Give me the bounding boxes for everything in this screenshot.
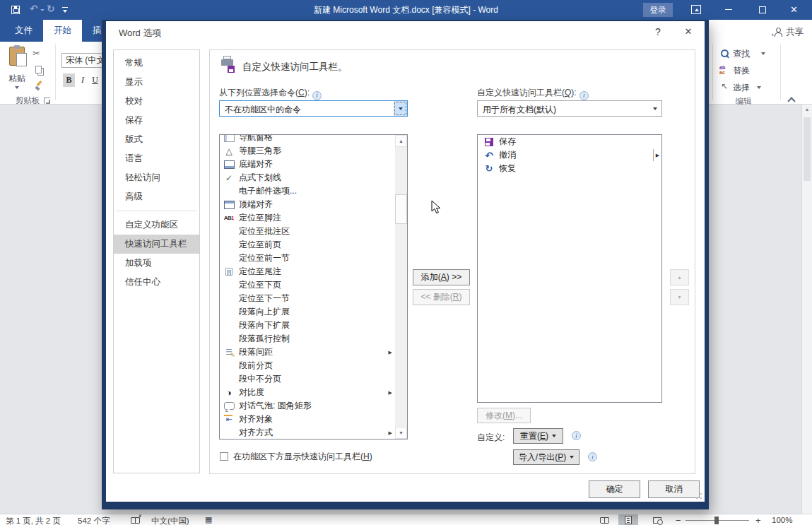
command-item[interactable]: 对齐对象 [220,413,395,426]
ok-button[interactable]: 确定 [589,480,640,498]
info-icon[interactable] [572,431,581,440]
command-item[interactable]: 定位至脚注 [220,211,395,225]
underline-button[interactable]: U [90,73,100,87]
scrollbar-thumb[interactable] [395,194,407,224]
vertical-scrollbar[interactable]: ▲ [801,105,812,514]
import-export-button[interactable]: 导入/导出(P) [513,449,579,465]
ribbon-display-options-icon[interactable] [691,5,701,14]
scroll-up-icon[interactable]: ▲ [802,107,812,112]
replace-button[interactable]: 替换 [733,65,750,77]
scrollbar-thumb[interactable] [804,117,811,181]
quick-save-icon[interactable] [11,6,20,14]
language-indicator[interactable]: 中文(中国) [151,516,189,525]
command-item[interactable]: 对齐方式▶ [220,426,395,440]
ribbon-tab[interactable]: 开始 [43,20,82,42]
nav-item[interactable]: 信任中心 [114,273,199,292]
qat-item[interactable]: 保存 [478,135,661,148]
command-item[interactable]: 定位至下页 [220,278,395,292]
quick-undo-icon[interactable]: ↶ [30,3,38,14]
italic-button[interactable]: I [78,73,88,87]
command-item[interactable]: 定位至前一节 [220,252,395,265]
command-item[interactable]: 定位至下一节 [220,292,395,305]
nav-item[interactable]: 自定义功能区 [114,216,199,235]
command-item[interactable]: 定位至尾注 [220,265,395,278]
close-button[interactable]: ✕ [790,4,798,15]
paste-button[interactable]: 粘贴 [0,73,34,85]
nav-item[interactable]: 轻松访问 [114,168,199,187]
command-item[interactable]: 段落间距▶ [220,346,395,359]
remove-button[interactable]: << 删除(R) [413,289,470,305]
command-item[interactable]: 段中不分页 [220,372,395,386]
commands-list-scrollbar[interactable]: ▲ ▼ [395,135,407,439]
resize-grip[interactable] [695,492,702,500]
undo-dropdown-icon[interactable] [40,9,45,11]
dialog-help-button[interactable]: ? [652,26,664,37]
scroll-up-icon[interactable]: ▲ [395,135,407,147]
paste-icon[interactable] [9,47,25,66]
qat-item[interactable]: 恢复 [478,162,661,175]
command-item[interactable]: 定位至批注区 [220,225,395,238]
quick-redo-icon[interactable]: ↻ [47,3,55,14]
info-icon[interactable] [579,91,589,100]
paste-dropdown-icon[interactable] [15,86,19,89]
ribbon-tab[interactable]: 文件 [4,20,43,42]
select-dropdown-icon[interactable] [757,86,761,89]
qat-scope-dropdown[interactable]: 用于所有文档(默认) [477,100,662,117]
command-item[interactable]: 对比度▶ [220,386,395,399]
choose-commands-dropdown[interactable]: 不在功能区中的命令 [219,100,408,117]
proofing-status-icon[interactable] [131,517,140,524]
undo-flyout-button[interactable]: ▶ [653,149,661,161]
command-item[interactable]: 等腰三角形 [220,144,395,158]
insert-mode-icon[interactable]: ▦ [205,515,212,524]
info-icon[interactable] [588,452,597,461]
command-item[interactable]: 电子邮件选项... [220,184,395,198]
maximize-button[interactable] [759,6,766,13]
nav-item[interactable]: 常规 [114,54,199,73]
show-qat-below-ribbon-checkbox[interactable] [220,452,228,461]
command-item[interactable]: 导航窗格 [220,134,395,144]
nav-item[interactable]: 校对 [114,92,199,111]
copy-icon[interactable] [35,66,42,73]
reset-button[interactable]: 重置(E) [513,428,563,444]
find-dropdown-icon[interactable] [761,52,765,55]
nav-item[interactable]: 语言 [114,149,199,168]
command-item[interactable]: 底端对齐 [220,158,395,171]
nav-item[interactable]: 显示 [114,73,199,92]
command-item[interactable]: 定位至前页 [220,238,395,252]
dropdown-arrow-icon[interactable] [648,101,661,116]
share-button[interactable]: + 共享 [773,26,804,38]
dropdown-arrow-icon[interactable] [394,101,407,116]
command-item[interactable]: 顶端对齐 [220,198,395,211]
nav-item[interactable]: 快速访问工具栏 [114,235,199,254]
dialog-close-button[interactable]: ✕ [681,26,695,37]
command-item[interactable]: 段落向下扩展 [220,319,395,332]
move-up-button[interactable]: ▲ [670,269,689,285]
zoom-level[interactable]: 100% [772,516,792,524]
sign-in-button[interactable]: 登录 [643,3,673,17]
print-layout-button[interactable] [618,514,638,525]
clipboard-dialog-launcher-icon[interactable] [44,98,50,104]
scroll-down-icon[interactable]: ▼ [395,427,407,439]
command-item[interactable]: 段前分页 [220,359,395,372]
command-item[interactable]: 段落向上扩展 [220,305,395,319]
read-mode-button[interactable] [594,514,614,525]
zoom-out-button[interactable]: − [676,515,681,525]
cut-icon[interactable]: ✂ [33,48,40,59]
info-icon[interactable] [312,91,322,100]
add-button[interactable]: 添加(A) >> [413,269,470,285]
word-count[interactable]: 542 个字 [78,516,110,525]
select-button[interactable]: 选择 [733,82,750,94]
find-button[interactable]: 查找 [733,48,750,60]
page-indicator[interactable]: 第 1 页, 共 2 页 [6,516,61,525]
format-painter-icon[interactable] [35,81,43,90]
command-item[interactable]: 段落孤行控制 [220,332,395,346]
cancel-button[interactable]: 取消 [648,480,700,498]
web-layout-button[interactable] [647,514,667,525]
bold-button[interactable]: B [63,73,75,87]
collapse-ribbon-icon[interactable] [787,97,795,105]
qat-item[interactable]: 撤消▶ [478,148,661,162]
nav-item[interactable]: 保存 [114,111,199,130]
nav-item[interactable]: 加载项 [114,254,199,273]
command-item[interactable]: 对话气泡: 圆角矩形 [220,399,395,413]
minimize-button[interactable] [725,9,732,10]
